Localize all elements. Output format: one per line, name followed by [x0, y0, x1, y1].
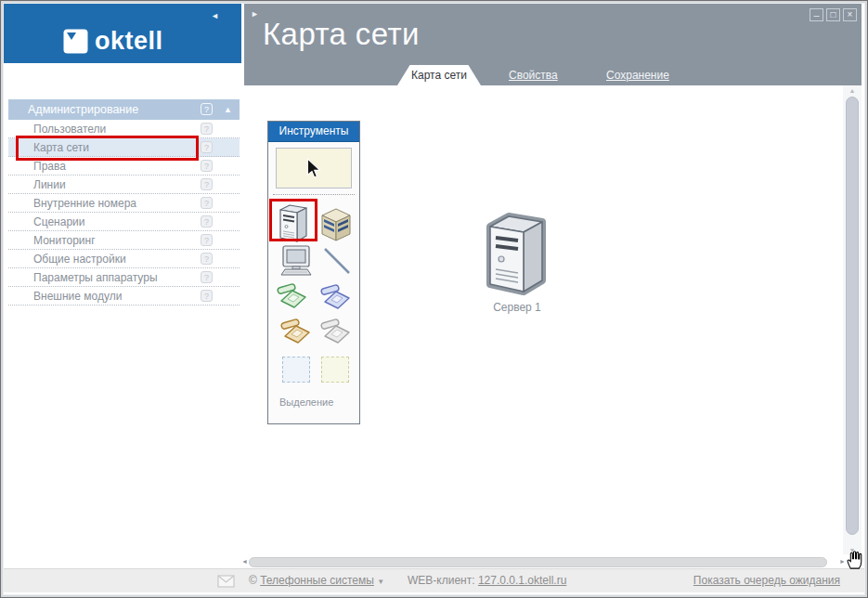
company-link[interactable]: Телефонные системы: [260, 574, 374, 587]
brand-panel: ◄ oktell: [4, 4, 241, 63]
node-label: Сервер 1: [471, 301, 564, 314]
computer-tool[interactable]: [278, 244, 315, 278]
sidebar-header[interactable]: Администрирование ? ▲: [8, 99, 240, 120]
sidebar-item-users[interactable]: Пользователи ?: [8, 120, 240, 138]
help-icon[interactable]: ?: [201, 215, 213, 228]
divider: [273, 194, 355, 195]
help-icon[interactable]: ?: [201, 271, 213, 283]
tools-palette: Инструменты: [267, 121, 360, 424]
help-icon[interactable]: ?: [201, 253, 213, 265]
selection-area-blue-tool[interactable]: [282, 357, 310, 383]
show-queue-link[interactable]: Показать очередь ожидания: [693, 574, 840, 587]
horizontal-scroll-thumb[interactable]: [249, 557, 827, 567]
dashed-selection-icon: [282, 357, 310, 383]
sidebar-item-rights[interactable]: Права ?: [8, 157, 240, 176]
sidebar-admin-menu: Администрирование ? ▲ Пользователи ? Кар…: [8, 99, 240, 306]
vertical-scroll-thumb[interactable]: [846, 97, 859, 535]
scroll-up-icon[interactable]: ▲: [843, 87, 862, 94]
phone-blue-tool[interactable]: [319, 280, 355, 312]
phone-gray-tool[interactable]: [320, 315, 354, 346]
page-title: Карта сети: [263, 17, 420, 52]
envelope-icon[interactable]: [217, 575, 235, 588]
server-tool[interactable]: [275, 202, 312, 242]
webclient-link[interactable]: 127.0.0.1.oktell.ru: [478, 574, 566, 587]
help-icon[interactable]: ?: [201, 160, 213, 172]
horizontal-scrollbar[interactable]: ◄ ►: [240, 554, 848, 569]
sidebar-item-internal-numbers[interactable]: Внутренние номера ?: [8, 194, 240, 213]
phone-icon: [320, 315, 354, 346]
company-menu[interactable]: © Телефонные системы ▼: [249, 574, 384, 587]
status-bar: © Телефонные системы ▼ WEB-клиент: 127.0…: [4, 568, 864, 592]
dropdown-arrow-icon[interactable]: ▼: [377, 578, 384, 586]
sidebar-item-external-modules[interactable]: Внешние модули ?: [8, 287, 240, 306]
webclient-label: WEB-клиент:: [408, 574, 475, 587]
hand-cursor-icon: [845, 549, 864, 570]
selection-area-yellow-tool[interactable]: [321, 357, 349, 383]
canvas-node-server1[interactable]: Сервер 1: [471, 208, 564, 314]
window-controls: _ □ ×: [810, 8, 857, 21]
tab-saving[interactable]: Сохранение: [606, 69, 669, 82]
line-tool[interactable]: [322, 246, 352, 276]
show-queue-area: Показать очередь ожидания: [693, 574, 840, 587]
phone-icon: [319, 280, 355, 312]
phone-tan-tool[interactable]: [280, 315, 314, 346]
tools-palette-title[interactable]: Инструменты: [268, 122, 359, 142]
help-icon[interactable]: ?: [201, 290, 213, 302]
webclient-status: WEB-клиент: 127.0.0.1.oktell.ru: [408, 574, 566, 587]
copyright-symbol: ©: [249, 574, 257, 587]
cabinet-tool[interactable]: [320, 207, 352, 242]
cursor-arrow-icon: [305, 158, 322, 178]
phone-green-tool[interactable]: [276, 280, 311, 311]
sidebar-item-lines[interactable]: Линии ?: [8, 176, 240, 194]
dashed-selection-icon: [321, 357, 349, 383]
tabstrip: Карта сети Свойства Сохранение: [244, 65, 862, 85]
tab-network-map[interactable]: Карта сети: [397, 65, 481, 85]
oktell-logo: oktell: [63, 29, 163, 54]
line-icon: [322, 246, 352, 276]
help-icon[interactable]: ?: [201, 234, 213, 246]
scroll-left-icon[interactable]: ◄: [241, 558, 248, 565]
expand-panel-icon[interactable]: ►: [251, 9, 259, 19]
phone-icon: [276, 280, 311, 311]
header-panel: ► Карта сети _ □ × Карта сети Свойства С…: [244, 4, 862, 85]
cabinet-icon: [320, 207, 352, 242]
app-window: ◄ oktell ► Карта сети _ □ × Карта сети С…: [0, 0, 868, 598]
phone-icon: [280, 315, 314, 346]
help-icon[interactable]: ?: [201, 197, 213, 209]
sidebar-item-hardware-params[interactable]: Параметры аппаратуры ?: [8, 268, 240, 287]
help-icon[interactable]: ?: [201, 103, 213, 115]
sidebar-item-scenarios[interactable]: Сценарии ?: [8, 213, 240, 231]
sidebar-header-label: Администрирование: [28, 103, 138, 116]
server-icon: [477, 208, 557, 295]
vertical-scrollbar[interactable]: ▲ ▼: [843, 85, 862, 555]
sidebar-item-monitoring[interactable]: Мониторинг ?: [8, 231, 240, 250]
maximize-button[interactable]: □: [826, 8, 840, 21]
cursor-tool[interactable]: [276, 148, 352, 188]
help-icon[interactable]: ?: [201, 123, 213, 135]
minimize-button[interactable]: _: [810, 8, 823, 21]
help-icon[interactable]: ?: [201, 141, 213, 153]
sidebar-item-network-map[interactable]: Карта сети ?: [8, 138, 240, 157]
chevron-up-icon[interactable]: ▲: [224, 104, 232, 115]
collapse-panel-icon[interactable]: ◄: [211, 11, 219, 20]
sidebar-item-general-settings[interactable]: Общие настройки ?: [8, 250, 240, 268]
logo-check-icon: [63, 29, 88, 54]
server-icon: [275, 202, 312, 242]
tab-properties[interactable]: Свойства: [509, 69, 558, 82]
computer-icon: [278, 244, 315, 278]
help-icon[interactable]: ?: [201, 178, 213, 190]
logo-text: oktell: [95, 29, 163, 54]
tool-mode-label: Выделение: [279, 396, 333, 408]
close-button[interactable]: ×: [843, 8, 857, 21]
